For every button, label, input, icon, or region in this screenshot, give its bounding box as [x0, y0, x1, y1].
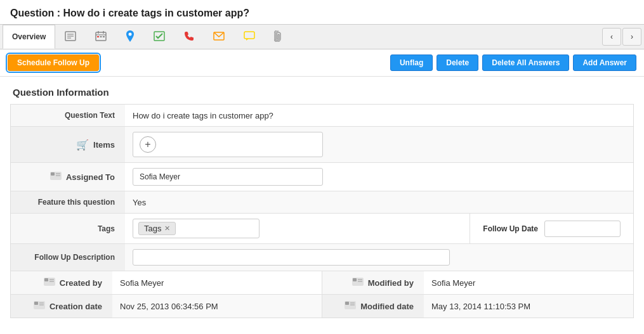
svg-rect-25: [353, 278, 357, 281]
email-icon: [213, 32, 225, 42]
created-icon: [44, 278, 55, 288]
tab-pin[interactable]: [116, 25, 144, 49]
assigned-to-field[interactable]: Sofia Meyer: [133, 168, 323, 186]
creation-date-icon: [34, 301, 45, 311]
tags-label: Tags: [11, 214, 125, 243]
svg-rect-14: [244, 32, 254, 39]
question-text-value: How do i create tags in customer app?: [125, 105, 633, 126]
tab-overview[interactable]: Overview: [3, 25, 55, 49]
items-row: 🛒 Items +: [11, 127, 633, 163]
items-label: 🛒 Items: [11, 127, 125, 162]
add-answer-button[interactable]: Add Answer: [573, 55, 636, 71]
modified-by-value: Sofia Meyer: [424, 271, 633, 294]
svg-marker-15: [246, 39, 249, 41]
attachment-icon: [274, 30, 283, 44]
follow-up-description-label: Follow Up Description: [11, 244, 125, 271]
feature-value: Yes: [125, 191, 633, 213]
follow-up-description-value: [125, 244, 633, 271]
modified-by-cell: Modified by Sofia Meyer: [322, 271, 633, 294]
created-by-cell: Created by Sofia Meyer: [11, 271, 322, 294]
assigned-to-row: Assigned To Sofia Meyer: [11, 163, 633, 191]
created-by-label: Created by: [11, 271, 112, 294]
modified-date-icon: [345, 301, 356, 311]
main-content: Question Information Question Text How d…: [0, 77, 644, 318]
creation-date-value: Nov 25, 2013 06:34:56 PM: [112, 295, 322, 318]
dates-row: Creation date Nov 25, 2013 06:34:56 PM M…: [11, 295, 633, 318]
nav-tabs: Overview: [0, 24, 644, 49]
created-modified-row: Created by Sofia Meyer Modified by Sofia…: [11, 271, 633, 295]
chat-icon: [244, 31, 255, 43]
follow-up-description-field[interactable]: [133, 249, 450, 266]
creation-date-cell: Creation date Nov 25, 2013 06:34:56 PM: [11, 295, 322, 318]
follow-up-date-label: Follow Up Date: [483, 224, 538, 233]
pin-icon: [126, 30, 135, 44]
tab-task[interactable]: [144, 25, 174, 49]
tag-item: Tags ✕: [138, 222, 176, 235]
tags-followup-row: Tags Tags ✕ Follow Up Date: [11, 214, 633, 244]
creation-date-label: Creation date: [11, 295, 112, 318]
question-text-row: Question Text How do i create tags in cu…: [11, 105, 633, 127]
svg-rect-10: [103, 36, 105, 37]
nav-arrows: ‹ ›: [602, 28, 641, 46]
page-title: Question : How do i create tags in custo…: [0, 0, 644, 24]
tags-value: Tags ✕: [125, 214, 470, 243]
modified-date-value: May 13, 2014 11:10:53 PM: [424, 295, 633, 318]
add-item-button[interactable]: +: [140, 136, 156, 153]
task-icon: [154, 31, 165, 43]
tab-email[interactable]: [204, 25, 234, 49]
created-by-value: Sofia Meyer: [112, 271, 322, 294]
tab-chat[interactable]: [234, 25, 265, 49]
svg-rect-17: [51, 172, 55, 176]
next-arrow[interactable]: ›: [622, 28, 641, 46]
items-box: +: [133, 132, 323, 157]
calendar-icon: [95, 31, 107, 43]
modified-date-label: Modified date: [322, 295, 424, 318]
assigned-to-value: Sofia Meyer: [125, 163, 633, 191]
question-text-label: Question Text: [11, 105, 125, 126]
notes-icon: [65, 31, 76, 43]
modified-icon: [352, 278, 364, 288]
toolbar: Schedule Follow Up Unflag Delete Delete …: [0, 49, 644, 77]
svg-rect-21: [44, 278, 48, 281]
delete-button[interactable]: Delete: [437, 55, 478, 71]
svg-rect-8: [97, 36, 99, 37]
follow-up-description-row: Follow Up Description: [11, 244, 633, 271]
feature-row: Feature this question Yes: [11, 191, 633, 214]
phone-icon: [184, 31, 194, 43]
prev-arrow[interactable]: ‹: [602, 28, 621, 46]
svg-rect-33: [345, 302, 349, 305]
feature-label: Feature this question: [11, 191, 125, 213]
tab-phone[interactable]: [174, 25, 204, 49]
items-value: +: [125, 127, 633, 162]
toolbar-actions: Unflag Delete Delete All Answers Add Ans…: [386, 55, 636, 71]
tag-name: Tags: [144, 224, 161, 233]
svg-point-11: [129, 32, 132, 35]
svg-rect-29: [34, 302, 38, 305]
modified-date-cell: Modified date May 13, 2014 11:10:53 PM: [322, 295, 633, 318]
tab-attachment[interactable]: [265, 25, 292, 49]
assigned-to-label: Assigned To: [11, 163, 125, 191]
follow-up-date-field[interactable]: [544, 221, 621, 237]
section-title: Question Information: [0, 77, 644, 104]
schedule-follow-up-button[interactable]: Schedule Follow Up: [8, 55, 99, 71]
tab-calendar[interactable]: [86, 25, 116, 49]
tags-box[interactable]: Tags ✕: [133, 219, 260, 238]
svg-rect-9: [100, 36, 102, 37]
tab-notes[interactable]: [55, 25, 86, 49]
user-icon: [50, 172, 62, 182]
modified-by-label: Modified by: [322, 271, 424, 294]
cart-icon: 🛒: [76, 139, 89, 151]
delete-all-answers-button[interactable]: Delete All Answers: [482, 55, 569, 71]
unflag-button[interactable]: Unflag: [390, 55, 433, 71]
tag-remove-button[interactable]: ✕: [164, 224, 170, 233]
